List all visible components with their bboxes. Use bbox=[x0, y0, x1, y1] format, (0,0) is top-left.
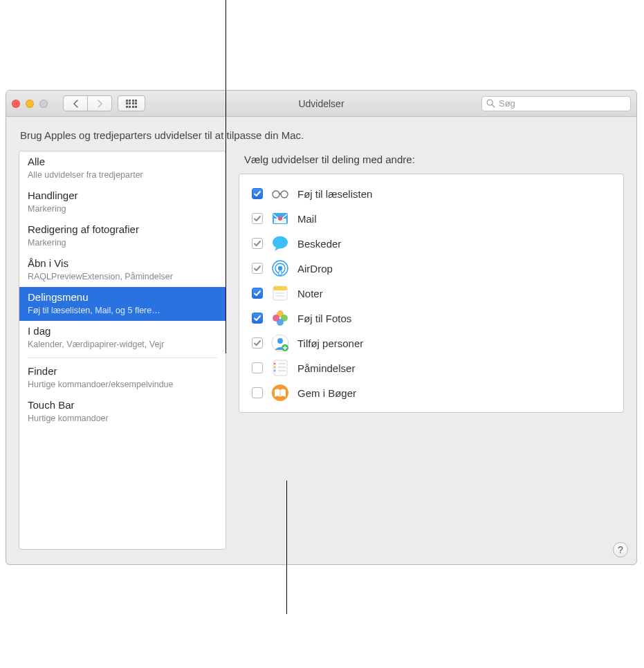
sidebar-item-subtitle: Hurtige kommandoer/eksempelvindue bbox=[28, 379, 217, 390]
extension-label: Beskeder bbox=[297, 238, 341, 250]
grid-icon bbox=[126, 100, 138, 108]
checkbox[interactable] bbox=[252, 213, 263, 224]
main-heading: Vælg udvidelser til deling med andre: bbox=[239, 151, 624, 174]
person-add-icon bbox=[271, 334, 289, 352]
sidebar-item-subtitle: Kalender, Værdipapirer-widget, Vejr bbox=[28, 339, 217, 350]
svg-point-26 bbox=[274, 370, 275, 371]
extension-label: Noter bbox=[297, 288, 323, 299]
extensions-list: Føj til læselisten Mail Beskeder AirDrop… bbox=[239, 174, 624, 413]
extension-row: Gem i Bøger bbox=[249, 380, 614, 405]
forward-button[interactable] bbox=[87, 95, 112, 111]
sidebar-item-title: Åbn i Vis bbox=[28, 257, 217, 270]
svg-point-6 bbox=[278, 216, 282, 221]
extension-label: Påmindelser bbox=[297, 362, 355, 374]
mail-icon bbox=[271, 210, 289, 228]
checkbox[interactable] bbox=[252, 188, 263, 199]
search-icon bbox=[486, 99, 495, 108]
page-description: Brug Apples og tredjeparters udvidelser … bbox=[6, 117, 636, 151]
notes-icon bbox=[271, 284, 289, 302]
svg-point-3 bbox=[281, 191, 288, 198]
callout-line bbox=[226, 0, 226, 353]
show-all-button[interactable] bbox=[118, 95, 145, 111]
search-placeholder: Søg bbox=[499, 98, 515, 109]
sidebar-item-title: Finder bbox=[28, 365, 217, 378]
back-button[interactable] bbox=[63, 95, 88, 111]
sidebar-item-subtitle: Markering bbox=[28, 237, 217, 248]
titlebar: Udvidelser Søg bbox=[6, 91, 636, 117]
extension-label: Føj til Fotos bbox=[297, 313, 351, 324]
extension-row: Føj til læselisten bbox=[249, 181, 614, 206]
body: AlleAlle udvidelser fra tredjeparterHand… bbox=[6, 151, 636, 562]
sidebar-item[interactable]: Redigering af fotografierMarkering bbox=[19, 219, 226, 253]
svg-point-2 bbox=[273, 191, 279, 198]
svg-line-1 bbox=[492, 104, 495, 107]
checkbox[interactable] bbox=[252, 362, 263, 373]
zoom-button[interactable] bbox=[39, 100, 48, 108]
photos-icon bbox=[271, 309, 289, 327]
sidebar-item-subtitle: Markering bbox=[28, 203, 217, 214]
svg-rect-12 bbox=[273, 286, 287, 290]
extension-label: Føj til læselisten bbox=[297, 188, 372, 200]
glasses-icon bbox=[271, 185, 289, 203]
svg-point-25 bbox=[274, 367, 275, 368]
help-button[interactable]: ? bbox=[613, 542, 628, 557]
sidebar: AlleAlle udvidelser fra tredjeparterHand… bbox=[19, 151, 226, 550]
extension-row: AirDrop bbox=[249, 256, 614, 281]
extension-label: Gem i Bøger bbox=[297, 387, 356, 399]
sidebar-item[interactable]: AlleAlle udvidelser fra tredjeparter bbox=[19, 151, 226, 185]
close-button[interactable] bbox=[12, 100, 20, 108]
messages-icon bbox=[271, 234, 289, 252]
preferences-window: Udvidelser Søg Brug Apples og tredjepart… bbox=[6, 90, 637, 565]
main-panel: Vælg udvidelser til deling med andre: Fø… bbox=[239, 151, 624, 550]
sidebar-separator bbox=[28, 358, 217, 358]
checkbox[interactable] bbox=[252, 313, 263, 324]
sidebar-item-subtitle: Føj til læselisten, Mail, og 5 flere… bbox=[28, 305, 217, 316]
extension-label: Tilføj personer bbox=[297, 337, 363, 349]
sidebar-item[interactable]: FinderHurtige kommandoer/eksempelvindue bbox=[19, 361, 226, 395]
help-icon: ? bbox=[618, 544, 623, 555]
search-input[interactable]: Søg bbox=[481, 96, 631, 111]
extension-label: Mail bbox=[297, 213, 317, 225]
sidebar-item[interactable]: HandlingerMarkering bbox=[19, 185, 226, 219]
sidebar-item[interactable]: I dagKalender, Værdipapirer-widget, Vejr bbox=[19, 321, 226, 355]
extension-row: Mail bbox=[249, 206, 614, 231]
sidebar-item[interactable]: Touch BarHurtige kommandoer bbox=[19, 395, 226, 429]
sidebar-item-subtitle: Hurtige kommandoer bbox=[28, 413, 217, 424]
checkbox[interactable] bbox=[252, 337, 263, 349]
sidebar-item-title: Delingsmenu bbox=[28, 291, 217, 304]
svg-point-20 bbox=[277, 338, 283, 344]
sidebar-item-subtitle: RAQLPreviewExtension, Påmindelser bbox=[28, 271, 217, 282]
extension-label: AirDrop bbox=[297, 263, 333, 275]
extension-row: Føj til Fotos bbox=[249, 306, 614, 331]
sidebar-item-subtitle: Alle udvidelser fra tredjeparter bbox=[28, 169, 217, 180]
reminders-icon bbox=[271, 359, 289, 377]
nav-buttons bbox=[63, 95, 112, 111]
sidebar-item[interactable]: DelingsmenuFøj til læselisten, Mail, og … bbox=[19, 287, 226, 321]
chevron-right-icon bbox=[97, 100, 103, 108]
sidebar-item-title: Alle bbox=[28, 156, 217, 169]
extension-row: Noter bbox=[249, 281, 614, 306]
chevron-left-icon bbox=[73, 100, 79, 108]
minimize-button[interactable] bbox=[26, 100, 34, 108]
checkbox[interactable] bbox=[252, 288, 263, 299]
checkbox[interactable] bbox=[252, 238, 263, 249]
svg-point-18 bbox=[273, 315, 279, 322]
airdrop-icon bbox=[271, 259, 289, 277]
extension-row: Tilføj personer bbox=[249, 331, 614, 355]
sidebar-item-title: Handlinger bbox=[28, 189, 217, 203]
sidebar-item[interactable]: Åbn i VisRAQLPreviewExtension, Påmindels… bbox=[19, 253, 226, 287]
svg-point-24 bbox=[274, 363, 275, 364]
sidebar-item-title: Redigering af fotografier bbox=[28, 223, 217, 236]
books-icon bbox=[271, 384, 289, 402]
checkbox[interactable] bbox=[252, 263, 263, 274]
checkbox[interactable] bbox=[252, 387, 263, 398]
svg-point-7 bbox=[273, 236, 288, 249]
sidebar-item-title: Touch Bar bbox=[28, 399, 217, 412]
extension-row: Beskeder bbox=[249, 231, 614, 256]
window-controls bbox=[12, 100, 48, 108]
sidebar-item-title: I dag bbox=[28, 325, 217, 338]
extension-row: Påmindelser bbox=[249, 355, 614, 380]
callout-line bbox=[286, 481, 287, 614]
